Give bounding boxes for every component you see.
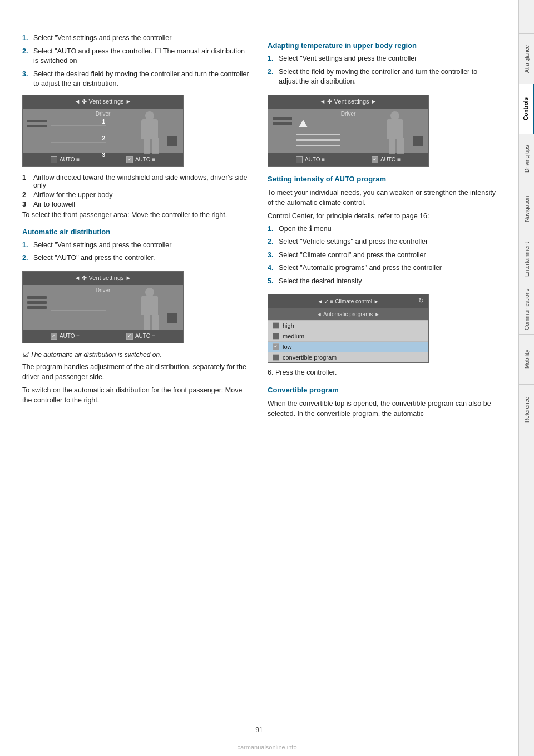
option-high: high xyxy=(268,320,428,331)
option-convertible: convertible program xyxy=(268,352,428,362)
fig-num-2: 2 xyxy=(22,191,30,199)
option-medium: medium xyxy=(268,331,428,341)
page-number: 91 xyxy=(22,726,496,734)
step-text: Select "Vent settings and press the cont… xyxy=(279,54,417,64)
adapt-steps-list: 1. Select "Vent settings and press the c… xyxy=(268,54,496,87)
auto-btn-left-r: AUTO ≡ xyxy=(296,156,325,163)
auto-dist-step-1: 1. Select "Vent settings and press the c… xyxy=(22,240,251,251)
fig-text-1: Airflow directed toward the windshield a… xyxy=(33,174,251,189)
vent-settings-title: ◄ ✤ Vent settings ► xyxy=(75,98,132,105)
step-text: Select "Vehicle settings" and press the … xyxy=(279,237,428,247)
step-num: 2. xyxy=(22,253,31,263)
vent-top-bar-right: ◄ ✤ Vent settings ► xyxy=(268,95,428,109)
vent-settings-image-1: ◄ ✤ Vent settings ► Driver 1 2 3 xyxy=(22,95,184,167)
medium-checkbox xyxy=(273,333,279,340)
auto-checkbox-right-r xyxy=(372,156,378,163)
step-num: 2. xyxy=(268,237,276,247)
climate-top-bar: ◄ ✓ ≡ Climate control ► ↻ xyxy=(268,294,428,308)
auto-programs-label: ◄ Automatic programs ► xyxy=(317,311,380,317)
vent-content-area-right: Driver xyxy=(268,109,428,153)
intensity-step-5: 5. Select the desired intensity xyxy=(268,277,496,287)
auto-label-left: AUTO ≡ xyxy=(60,156,80,163)
tab-at-a-glance[interactable]: At a glance xyxy=(519,33,535,84)
refresh-icon: ↻ xyxy=(418,297,424,305)
setting-intensity-heading: Setting intensity of AUTO program xyxy=(268,175,496,183)
watermark: carmanualsonline.info xyxy=(237,744,296,750)
step-num: 3. xyxy=(268,251,276,261)
step-text: Select "AUTO" and press the controller. xyxy=(33,253,155,263)
figure-num-2: 2 xyxy=(102,135,105,141)
auto-switched-note: ☑ The automatic air distribution is swit… xyxy=(22,350,251,360)
vent-top-bar: ◄ ✤ Vent settings ► xyxy=(23,95,183,109)
vent-settings-title-2: ◄ ✤ Vent settings ► xyxy=(75,274,132,282)
step-num: 5. xyxy=(268,277,276,287)
convertible-heading: Convertible program xyxy=(268,386,496,394)
step-num: 1. xyxy=(268,54,276,64)
option-high-label: high xyxy=(283,322,294,329)
auto-checkbox-right xyxy=(126,156,133,163)
fig-num-3: 3 xyxy=(22,200,30,208)
adapt-temp-heading: Adapting temperature in upper body regio… xyxy=(268,41,496,50)
step-text: Select "AUTO and press the controller. ☐… xyxy=(33,47,251,66)
auto-dist-heading: Automatic air distribution xyxy=(22,228,251,236)
tab-navigation[interactable]: Navigation xyxy=(519,184,535,234)
vent-settings-image-right: ◄ ✤ Vent settings ► Driver xyxy=(268,95,429,167)
program-handles-note: The program handles adjustment of the ai… xyxy=(22,362,251,382)
step-num: 3. xyxy=(22,70,31,89)
vent-settings-title-right: ◄ ✤ Vent settings ► xyxy=(320,98,377,105)
tab-bar: At a glance Controls Driving tips Naviga… xyxy=(518,0,534,756)
tab-communications[interactable]: Communications xyxy=(519,284,535,334)
high-checkbox xyxy=(273,322,279,329)
auto-btn-right-2: AUTO ≡ xyxy=(126,333,155,340)
figure-label-3: 3 Air to footwell xyxy=(22,200,251,208)
vent-top-bar-2: ◄ ✤ Vent settings ► xyxy=(23,272,183,285)
step-num: 1. xyxy=(22,240,31,251)
auto-label-left-r: AUTO ≡ xyxy=(305,156,325,163)
fig-text-3: Air to footwell xyxy=(33,200,75,208)
step-text: Select "Vent settings and press the cont… xyxy=(33,240,171,251)
auto-label-right-r: AUTO ≡ xyxy=(380,156,400,163)
auto-checkbox-left-2 xyxy=(51,333,57,340)
step-6-text: 6. Press the controller. xyxy=(268,367,496,377)
intensity-steps-list: 1. Open the ℹ menu 2. Select "Vehicle se… xyxy=(268,224,496,287)
intro-step-3: 3. Select the desired field by moving th… xyxy=(22,70,251,89)
climate-control-label: ◄ ✓ ≡ Climate control ► xyxy=(317,298,379,305)
figure-label-1: 1 Airflow directed toward the windshield… xyxy=(22,174,251,189)
auto-dist-step-2: 2. Select "AUTO" and press the controlle… xyxy=(22,253,251,263)
figure-num-1: 1 xyxy=(102,119,105,125)
auto-btn-left: AUTO ≡ xyxy=(51,156,80,163)
auto-label-right-2: AUTO ≡ xyxy=(135,333,155,339)
tab-driving-tips[interactable]: Driving tips xyxy=(519,134,535,184)
step-num: 2. xyxy=(22,47,31,66)
adapt-step-2: 2. Select the field by moving the contro… xyxy=(268,67,496,87)
auto-label-left-2: AUTO ≡ xyxy=(60,333,80,339)
fig-text-2: Airflow for the upper body xyxy=(33,191,112,199)
figure-num-3: 3 xyxy=(102,152,105,158)
arrow-up-icon xyxy=(299,120,308,127)
tab-mobility[interactable]: Mobility xyxy=(519,334,535,384)
step-text: Open the ℹ menu xyxy=(279,224,332,234)
option-low-label: low xyxy=(283,343,292,350)
auto-dist-steps-list: 1. Select "Vent settings and press the c… xyxy=(22,240,251,263)
step-num: 1. xyxy=(268,224,276,234)
step-num: 4. xyxy=(268,263,276,273)
option-low: low xyxy=(268,341,428,352)
option-convertible-label: convertible program xyxy=(283,354,337,361)
step-text: Select the desired field by moving the c… xyxy=(33,70,251,89)
switch-on-note: To switch on the automatic air distribut… xyxy=(22,385,251,405)
step-num: 1. xyxy=(22,33,31,43)
auto-label-right: AUTO ≡ xyxy=(135,156,155,163)
intro-step-1: 1. Select "Vent settings and press the c… xyxy=(22,33,251,43)
tab-entertainment[interactable]: Entertainment xyxy=(519,234,535,284)
tab-controls[interactable]: Controls xyxy=(519,84,535,134)
tab-reference[interactable]: Reference xyxy=(519,384,535,434)
step-text: Select "Vent settings and press the cont… xyxy=(33,33,171,43)
adapt-step-1: 1. Select "Vent settings and press the c… xyxy=(268,54,496,64)
right-column: Adapting temperature in upper body regio… xyxy=(268,33,496,715)
convertible-text: When the convertible top is opened, the … xyxy=(268,399,496,419)
intensity-step-2: 2. Select "Vehicle settings" and press t… xyxy=(268,237,496,247)
auto-programs-bar: ◄ Automatic programs ► xyxy=(268,308,428,320)
intro-steps-list: 1. Select "Vent settings and press the c… xyxy=(22,33,251,89)
auto-checkbox-right-2 xyxy=(126,333,133,340)
vent-content-area: Driver 1 2 3 xyxy=(23,109,183,153)
